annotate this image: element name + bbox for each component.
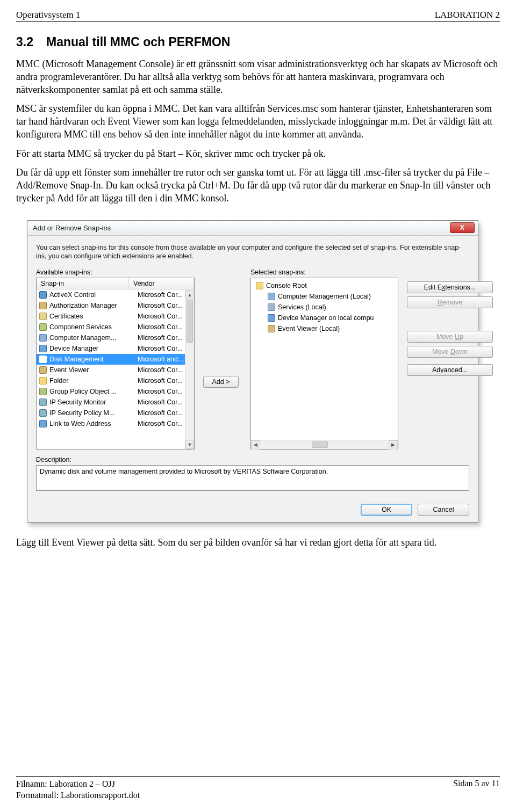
tree-item[interactable]: Computer Management (Local)	[253, 291, 398, 302]
remove-button[interactable]: Remove	[407, 296, 493, 308]
snapin-icon	[39, 301, 47, 310]
list-item[interactable]: FolderMicrosoft Cor...	[37, 375, 194, 386]
list-item[interactable]: Group Policy Object ...Microsoft Cor...	[37, 386, 194, 397]
snapin-vendor: Microsoft Cor...	[138, 377, 192, 385]
selected-tree[interactable]: Console RootComputer Management (Local)S…	[250, 278, 398, 450]
paragraph-5: Lägg till Event Viewer på detta sätt. So…	[16, 536, 500, 549]
tree-icon	[267, 292, 276, 301]
tree-icon	[267, 324, 276, 333]
snapin-icon	[39, 344, 47, 353]
snapin-name: Group Policy Object ...	[49, 388, 138, 395]
close-icon: X	[460, 224, 464, 231]
snapin-vendor: Microsoft Cor...	[138, 366, 192, 374]
snapin-vendor: Microsoft Cor...	[138, 420, 192, 427]
snapin-name: Computer Managem...	[49, 334, 138, 342]
snapin-name: Authorization Manager	[49, 302, 138, 309]
selected-label: Selected snap-ins:	[250, 269, 398, 276]
header-left: Operativsystem 1	[16, 10, 80, 20]
list-item[interactable]: Link to Web AddressMicrosoft Cor...	[37, 418, 194, 429]
available-label: Available snap-ins:	[36, 269, 195, 276]
list-item[interactable]: Component ServicesMicrosoft Cor...	[37, 322, 194, 332]
snapin-name: Component Services	[49, 323, 138, 331]
snapin-icon	[39, 376, 47, 385]
hscroll-thumb[interactable]	[312, 441, 328, 448]
scroll-thumb[interactable]	[187, 300, 193, 343]
tree-item[interactable]: Console Root	[253, 280, 398, 291]
tree-item-label: Event Viewer (Local)	[278, 325, 340, 332]
tree-item[interactable]: Event Viewer (Local)	[253, 323, 398, 334]
edit-extensions-button[interactable]: Edit Extensions...	[407, 281, 493, 293]
snapin-icon	[39, 409, 47, 417]
tree-item[interactable]: Device Manager on local compu	[253, 313, 398, 323]
dialog-titlebar[interactable]: Add or Remove Snap-ins X	[27, 221, 478, 236]
tree-icon	[267, 303, 276, 311]
snapin-vendor: Microsoft Cor...	[138, 345, 192, 352]
scroll-up-icon[interactable]: ▲	[185, 290, 194, 299]
paragraph-2: MSC är systemfiler du kan öppna i MMC. D…	[16, 103, 500, 141]
scroll-right-icon[interactable]: ▶	[389, 440, 398, 450]
snapin-name: Disk Management	[49, 356, 138, 363]
snapin-name: IP Security Monitor	[49, 398, 138, 406]
add-button-label: Add >	[212, 378, 230, 386]
snapin-icon	[39, 334, 47, 342]
advanced-button[interactable]: Advanced...	[407, 364, 493, 376]
snapin-icon	[39, 355, 47, 364]
footer-template: Formatmall: Laborationsrapport.dot	[16, 790, 140, 801]
list-item[interactable]: Computer Managem...Microsoft Cor...	[37, 332, 194, 343]
snapin-vendor: Microsoft Cor...	[138, 291, 192, 299]
cancel-button[interactable]: Cancel	[418, 504, 469, 516]
list-item[interactable]: CertificatesMicrosoft Cor...	[37, 311, 194, 322]
close-button[interactable]: X	[450, 222, 475, 233]
dialog-title: Add or Remove Snap-ins	[33, 224, 450, 232]
snapin-vendor: Microsoft Cor...	[138, 409, 192, 417]
available-headers[interactable]: Snap-in Vendor	[37, 278, 194, 289]
section-heading: 3.2Manual till MMC och PERFMON	[16, 35, 500, 49]
tree-item-label: Services (Local)	[278, 303, 326, 311]
move-down-button[interactable]: Move Down	[407, 346, 493, 358]
snapin-name: ActiveX Control	[49, 291, 138, 299]
snapin-name: Link to Web Address	[49, 420, 138, 427]
move-up-button[interactable]: Move Up	[407, 331, 493, 343]
paragraph-4: Du får då upp ett fönster som innehåller…	[16, 166, 500, 205]
snapin-vendor: Microsoft Cor...	[138, 334, 192, 342]
add-button[interactable]: Add >	[203, 376, 239, 388]
list-item[interactable]: IP Security MonitorMicrosoft Cor...	[37, 397, 194, 408]
snapin-icon	[39, 312, 47, 321]
snapin-vendor: Microsoft Cor...	[138, 398, 192, 406]
list-item[interactable]: Device ManagerMicrosoft Cor...	[37, 343, 194, 354]
available-listbox[interactable]: Snap-in Vendor ActiveX ControlMicrosoft …	[36, 278, 195, 450]
tree-item[interactable]: Services (Local)	[253, 302, 398, 313]
snapin-icon	[39, 291, 47, 299]
list-item[interactable]: Disk ManagementMicrosoft and...	[37, 354, 194, 365]
scroll-left-icon[interactable]: ◀	[251, 440, 260, 450]
col-vendor[interactable]: Vendor	[129, 278, 194, 289]
snapin-name: Folder	[49, 377, 138, 385]
header-right: LABORATION 2	[435, 10, 500, 20]
tree-item-label: Console Root	[266, 282, 307, 289]
snapin-name: Device Manager	[49, 345, 138, 352]
snapin-vendor: Microsoft and...	[138, 356, 192, 363]
list-item[interactable]: Authorization ManagerMicrosoft Cor...	[37, 300, 194, 311]
list-item[interactable]: IP Security Policy M...Microsoft Cor...	[37, 408, 194, 418]
list-item[interactable]: Event ViewerMicrosoft Cor...	[37, 365, 194, 375]
footer-filename: Filnamn: Laboration 2 – OJJ	[16, 779, 140, 790]
vertical-scrollbar[interactable]: ▲ ▼	[185, 290, 194, 449]
paragraph-1: MMC (Microsoft Management Console) är et…	[16, 58, 500, 96]
scroll-down-icon[interactable]: ▼	[185, 440, 194, 449]
tree-item-label: Device Manager on local compu	[278, 314, 374, 322]
snapin-icon	[39, 323, 47, 331]
ok-button[interactable]: OK	[361, 504, 412, 516]
tree-icon	[267, 314, 276, 322]
snapin-vendor: Microsoft Cor...	[138, 388, 192, 395]
list-item[interactable]: ActiveX ControlMicrosoft Cor...	[37, 289, 194, 300]
snapin-vendor: Microsoft Cor...	[138, 313, 192, 320]
snapin-vendor: Microsoft Cor...	[138, 323, 192, 331]
horizontal-scrollbar[interactable]: ◀ ▶	[251, 440, 398, 449]
tree-icon	[255, 281, 264, 290]
snapins-dialog: Add or Remove Snap-ins X You can select …	[27, 220, 478, 523]
page-header: Operativsystem 1 LABORATION 2	[16, 10, 500, 22]
page-footer: Filnamn: Laboration 2 – OJJ Formatmall: …	[16, 776, 500, 801]
col-snapin[interactable]: Snap-in	[37, 278, 129, 289]
description-label: Description:	[36, 456, 469, 463]
snapin-icon	[39, 387, 47, 396]
